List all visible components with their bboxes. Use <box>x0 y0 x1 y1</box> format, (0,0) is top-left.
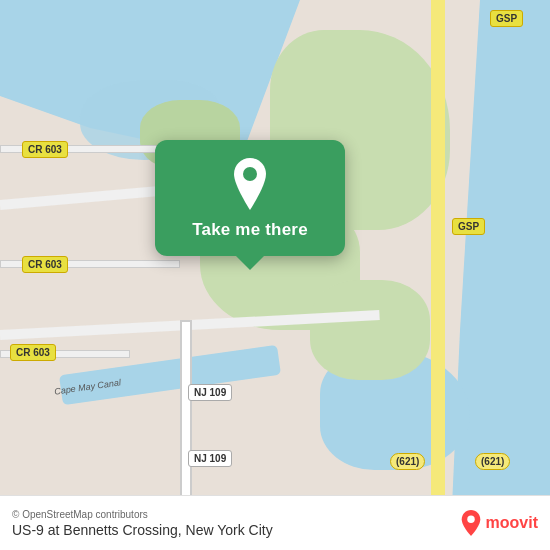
action-card[interactable]: Take me there <box>155 140 345 256</box>
road-label-cr603-top: CR 603 <box>22 141 68 158</box>
svg-point-1 <box>467 516 474 523</box>
svg-point-0 <box>243 167 257 181</box>
map-background: CR 603 CR 603 CR 603 GSP GSP NJ 109 NJ 1… <box>0 0 550 550</box>
location-name: US-9 at Bennetts Crossing, New York City <box>12 522 273 538</box>
road-label-nj109-2: NJ 109 <box>188 450 232 467</box>
location-pin-icon <box>228 158 272 210</box>
osm-attribution: © OpenStreetMap contributors <box>12 509 273 520</box>
gsp-road <box>431 0 445 550</box>
road-label-gsp-top: GSP <box>490 10 523 27</box>
moovit-pin-icon <box>460 510 482 536</box>
bottom-bar: © OpenStreetMap contributors US-9 at Ben… <box>0 495 550 550</box>
map-container: CR 603 CR 603 CR 603 GSP GSP NJ 109 NJ 1… <box>0 0 550 550</box>
location-info: © OpenStreetMap contributors US-9 at Ben… <box>12 509 273 538</box>
road-label-r621-left: (621) <box>390 453 425 470</box>
road-label-cr603-low: CR 603 <box>10 344 56 361</box>
road-label-gsp-mid: GSP <box>452 218 485 235</box>
road-label-nj109-1: NJ 109 <box>188 384 232 401</box>
moovit-text: moovit <box>486 514 538 532</box>
take-me-there-button[interactable]: Take me there <box>192 220 308 240</box>
road-label-r621-right: (621) <box>475 453 510 470</box>
road-label-cr603-mid: CR 603 <box>22 256 68 273</box>
moovit-logo: moovit <box>460 510 538 536</box>
green-area-3 <box>310 280 430 380</box>
